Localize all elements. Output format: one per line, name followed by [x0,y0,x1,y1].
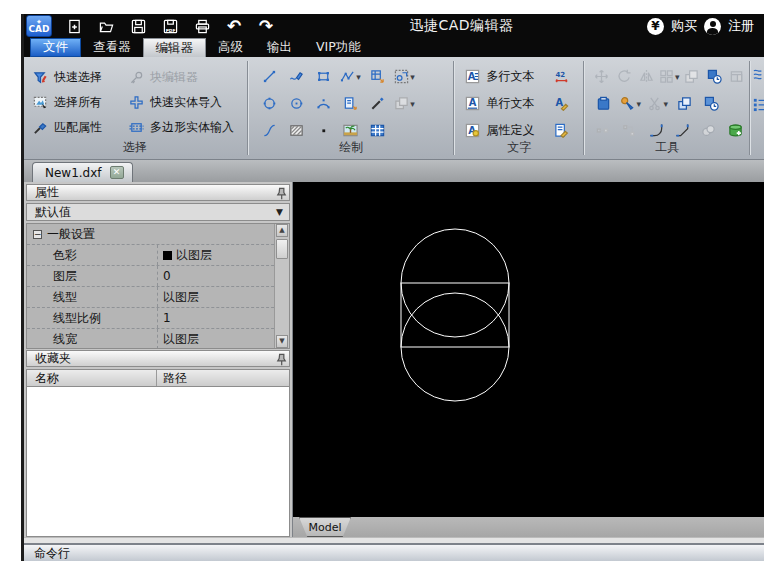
match-properties-icon [32,119,49,136]
menu-advanced[interactable]: 高级 [206,38,255,57]
array-icon[interactable]: ▾ [658,65,681,88]
scrollbar-thumb[interactable] [276,239,288,259]
copy-shadow-icon[interactable]: ▾ [391,92,418,115]
polyline-icon[interactable]: ▾ [337,65,364,88]
polygon-input-button[interactable]: 多边形实体输入 [128,119,256,136]
attribute-define-button[interactable]: A属性定义 [464,119,582,141]
redo-icon[interactable]: ↷ [256,16,276,36]
ribbon-divider [583,61,585,155]
spray-brush-icon[interactable]: ▾ [617,92,644,115]
property-row-lineweight[interactable]: 线宽 以图层 [27,329,289,349]
region-icon[interactable]: ▾ [391,65,418,88]
undo-icon[interactable]: ↶ [224,16,244,36]
document-tab-label: New1.dxf [45,166,102,180]
app-logo[interactable]: ⌖CAD [26,15,52,37]
block-editor-button[interactable]: 块编辑器 [128,69,256,86]
user-icon [704,18,721,35]
sync-block2-icon[interactable] [698,92,725,115]
new-file-icon[interactable] [64,16,84,36]
collapse-icon[interactable]: − [33,230,42,239]
favorites-column-headers: 名称 路径 [26,369,290,387]
group-label-text: 文字 [456,139,582,156]
rectangle-icon[interactable] [310,65,337,88]
preset-value: 默认值 [35,204,71,221]
import-entity-button[interactable]: 快速实体导入 [128,94,256,111]
ribbon-group-tools: ▾▾▾ 工具 [586,57,748,159]
buy-button[interactable]: 购买 [671,17,697,35]
document-tab[interactable]: New1.dxf ✕ [32,162,133,182]
register-button[interactable]: 注册 [728,17,754,35]
layout-tabbar: Model [293,517,764,537]
document-tabbar: New1.dxf ✕ [24,160,764,182]
menu-output[interactable]: 输出 [255,38,304,57]
scroll-up-icon[interactable]: ▲ [276,224,288,237]
quick-select-icon [32,69,49,86]
quick-access-toolbar: PDF ↶ ↷ [64,16,276,36]
ribbon-divider [749,61,751,155]
edit-attribute-icon[interactable] [553,122,570,139]
menubar: 文件 查看器 编辑器 高级 输出 VIP功能 [24,38,764,57]
menu-file[interactable]: 文件 [30,38,81,57]
ribbon-group-partial [752,57,764,159]
pin-icon[interactable] [274,186,285,199]
column-header-name[interactable]: 名称 [27,370,157,386]
property-row-color[interactable]: 色彩 以图层 [27,245,289,266]
text-scale-icon[interactable]: 42 [553,68,570,85]
save-icon[interactable] [128,16,148,36]
paste-icon[interactable] [590,92,617,115]
pin-icon[interactable] [274,352,285,365]
property-row-linetype[interactable]: 线型 以图层 [27,287,289,308]
menu-viewer[interactable]: 查看器 [81,38,143,57]
line-icon[interactable] [256,65,283,88]
spell-check-icon[interactable]: A [553,95,570,112]
property-grid-scrollbar[interactable]: ▲ ▼ [274,224,289,348]
rotate-icon[interactable] [613,65,636,88]
clipped-tool-icon [752,97,764,115]
align-window-icon[interactable] [726,65,749,88]
column-header-path[interactable]: 路径 [157,370,289,386]
drawing-canvas[interactable] [293,182,764,517]
property-row-linetype-scale[interactable]: 线型比例 1 [27,308,289,329]
circle-icon[interactable] [256,92,283,115]
move-icon[interactable] [590,65,613,88]
circle-node-icon[interactable] [283,92,310,115]
singleline-text-button[interactable]: A单行文本A [464,92,582,114]
print-icon[interactable] [192,16,212,36]
select-all-button[interactable]: 选择所有 [32,94,128,111]
freehand-icon[interactable] [283,65,310,88]
left-panel: 属性 默认值 ▼ −一般设置 色彩 以图层 图层 0 [24,182,293,543]
svg-text:PDF: PDF [165,27,175,32]
menu-editor[interactable]: 编辑器 [143,38,207,57]
property-row-layer[interactable]: 图层 0 [27,266,289,287]
svg-text:A: A [469,97,477,108]
insert-block-icon[interactable] [364,65,391,88]
copy-stack-icon[interactable] [681,65,704,88]
menu-vip[interactable]: VIP功能 [304,38,373,57]
ribbon-divider [453,61,455,155]
mirror-icon[interactable] [635,65,658,88]
quick-select-button[interactable]: 快速选择 [32,69,128,86]
match-properties-button[interactable]: 匹配属性 [32,119,128,136]
app-logo-label: CAD [28,25,49,34]
favorites-list[interactable] [26,387,290,537]
import-entity-icon [128,94,145,111]
copy-stack-blue-icon[interactable] [671,92,698,115]
close-icon[interactable]: ✕ [110,166,124,179]
save-pdf-icon[interactable]: PDF [160,16,180,36]
trim-icon[interactable]: ▾ [644,92,671,115]
gradient-line-icon[interactable] [364,92,391,115]
open-folder-icon[interactable] [96,16,116,36]
property-section-row[interactable]: −一般设置 [27,224,289,245]
sync-block-icon[interactable] [703,65,726,88]
multiline-text-icon: A [464,68,481,85]
multiline-text-button[interactable]: A多行文本42 [464,65,582,87]
arc-icon[interactable] [310,92,337,115]
command-line-bar[interactable]: 命令行 [24,543,764,561]
scroll-down-icon[interactable]: ▼ [276,335,288,348]
model-tab[interactable]: Model [299,517,351,537]
block-page-icon[interactable] [337,92,364,115]
color-swatch [163,251,172,260]
window-title: 迅捷CAD编辑器 [276,17,647,35]
property-grid: −一般设置 色彩 以图层 图层 0 线型 以图层 线型比例 1 [26,223,290,349]
property-preset-combobox[interactable]: 默认值 ▼ [26,203,290,221]
